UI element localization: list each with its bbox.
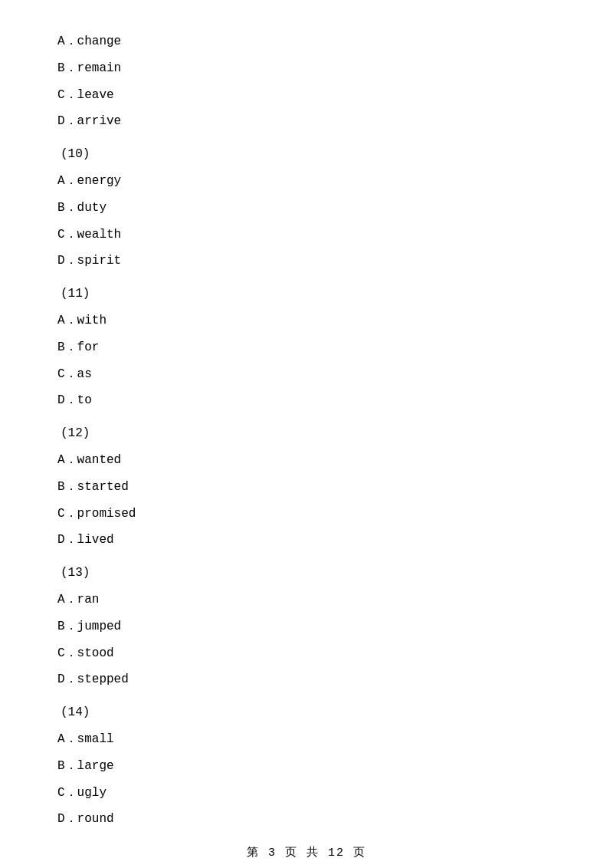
option-0-a: A．change <box>57 31 556 53</box>
option-2-d: D．to <box>57 390 556 412</box>
option-3-c: C．promised <box>57 503 556 525</box>
page-content: A．changeB．remainC．leaveD．arrive(10)A．ene… <box>0 0 613 868</box>
option-5-b: B．large <box>57 755 556 778</box>
option-0-b: B．remain <box>57 58 556 80</box>
page-footer: 第 3 页 共 12 页 <box>0 845 613 860</box>
option-1-a: A．energy <box>57 170 556 192</box>
option-2-c: C．as <box>57 363 556 386</box>
option-2-b: B．for <box>57 337 556 359</box>
option-5-a: A．small <box>57 728 556 751</box>
question-number-5: (14) <box>57 702 556 724</box>
option-2-a: A．with <box>57 310 556 332</box>
option-4-b: B．jumped <box>57 616 556 638</box>
option-1-b: B．duty <box>57 197 556 219</box>
option-1-c: C．wealth <box>57 224 556 246</box>
option-5-c: C．ugly <box>57 782 556 804</box>
option-1-d: D．spirit <box>57 250 556 272</box>
option-0-d: D．arrive <box>57 110 556 133</box>
option-5-d: D．round <box>57 808 556 830</box>
question-number-2: (11) <box>57 283 556 305</box>
option-0-c: C．leave <box>57 84 556 107</box>
footer-text: 第 3 页 共 12 页 <box>247 847 366 860</box>
option-3-b: B．started <box>57 476 556 498</box>
option-4-c: C．stood <box>57 643 556 665</box>
question-number-1: (10) <box>57 143 556 166</box>
question-number-3: (12) <box>57 422 556 445</box>
question-number-4: (13) <box>57 562 556 584</box>
option-4-a: A．ran <box>57 589 556 611</box>
option-4-d: D．stepped <box>57 669 556 691</box>
option-3-d: D．lived <box>57 529 556 551</box>
option-3-a: A．wanted <box>57 449 556 472</box>
